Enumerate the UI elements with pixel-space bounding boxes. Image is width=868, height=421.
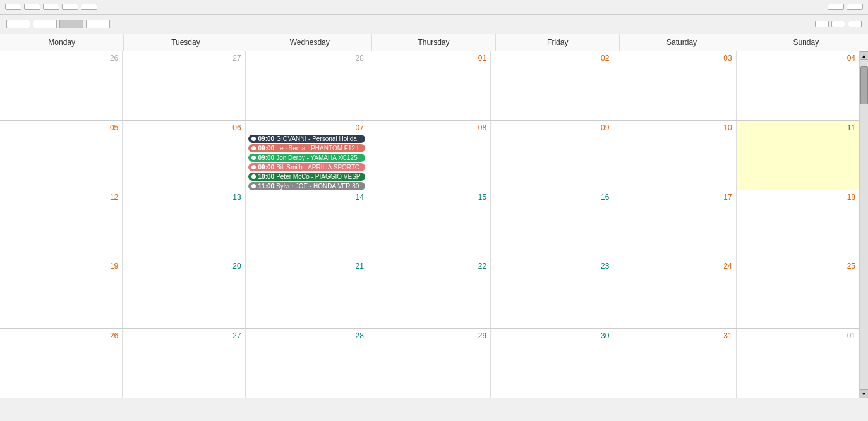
- day-cell[interactable]: 25: [737, 259, 859, 328]
- day-number: 28: [248, 52, 365, 65]
- day-cell[interactable]: 26: [0, 51, 123, 120]
- calendar-event[interactable]: 11:00 Sylver JOE - HONDA VFR 80: [248, 182, 365, 190]
- day-cell[interactable]: 12: [0, 190, 123, 259]
- next-next-button[interactable]: [43, 4, 59, 10]
- prev-month-button[interactable]: [831, 21, 845, 27]
- day-cell[interactable]: 30: [491, 329, 613, 398]
- day-cell[interactable]: 13: [123, 190, 245, 259]
- day-cell[interactable]: 24: [613, 259, 736, 328]
- day-cell[interactable]: 05: [0, 121, 123, 190]
- scrollbar[interactable]: ▲ ▼: [859, 51, 868, 398]
- day-number: 12: [3, 192, 119, 204]
- day-header-tuesday: Tuesday: [124, 34, 248, 51]
- day-number: 27: [125, 330, 242, 343]
- event-dot: [251, 146, 256, 150]
- event-time: 11:00: [258, 183, 275, 190]
- day-number: 29: [371, 330, 488, 343]
- event-dot: [251, 184, 256, 188]
- day-cell[interactable]: 11: [737, 121, 859, 190]
- event-time: 09:00: [258, 164, 275, 171]
- refresh-button[interactable]: [847, 4, 863, 10]
- day-cell[interactable]: 01: [368, 51, 491, 120]
- day-number: 08: [371, 122, 488, 135]
- tab-week[interactable]: [33, 20, 57, 28]
- day-cell[interactable]: 27: [123, 51, 245, 120]
- day-number: 16: [493, 192, 610, 204]
- event-time: 09:00: [258, 145, 275, 152]
- tab-year[interactable]: [86, 20, 110, 28]
- day-number: 07: [248, 122, 365, 135]
- day-cell[interactable]: 29: [368, 329, 491, 398]
- add-button[interactable]: [62, 4, 78, 10]
- next-month-button[interactable]: [848, 21, 862, 27]
- today-button-main[interactable]: [815, 21, 829, 27]
- day-cell[interactable]: 10: [613, 121, 736, 190]
- calendar-event[interactable]: 10:00 Peter McCo - PIAGGIO VESP: [248, 173, 365, 181]
- calendar-event[interactable]: 09:00 Bill Smith - APRILIA SPORTO: [248, 163, 365, 171]
- event-dot: [251, 174, 256, 179]
- day-cell[interactable]: 08: [368, 121, 491, 190]
- day-number: 26: [3, 52, 119, 65]
- day-cell[interactable]: 18: [737, 190, 859, 259]
- day-cell[interactable]: 02: [491, 51, 613, 120]
- day-number: 23: [493, 260, 610, 273]
- scroll-down-button[interactable]: ▼: [860, 389, 869, 398]
- calendar-event[interactable]: 09:00 Jon Derby - YAMAHA XC125: [248, 154, 365, 162]
- day-number: 17: [616, 192, 733, 204]
- day-cell[interactable]: 15: [368, 190, 491, 259]
- day-cell[interactable]: 03: [613, 51, 736, 120]
- day-number: 15: [371, 192, 488, 204]
- day-cell[interactable]: 28: [246, 329, 368, 398]
- clear-button[interactable]: [828, 4, 844, 10]
- day-number: 09: [493, 122, 610, 135]
- day-number: 05: [3, 122, 119, 135]
- day-cell[interactable]: 27: [123, 329, 245, 398]
- day-cell[interactable]: 17: [613, 190, 736, 259]
- day-number: 04: [739, 52, 857, 65]
- day-cell[interactable]: 01: [737, 329, 859, 398]
- day-cell[interactable]: 09: [491, 121, 613, 190]
- day-number: 26: [3, 330, 119, 343]
- nav-right: [815, 21, 862, 27]
- day-number: 28: [248, 330, 365, 343]
- calendar-event[interactable]: 09:00 Leo Berna - PHANTOM F12 I: [248, 144, 365, 152]
- event-dot: [251, 156, 256, 160]
- day-cell[interactable]: 04: [737, 51, 859, 120]
- day-cell[interactable]: 0709:00 GIOVANNI - Personal Holida09:00 …: [246, 121, 368, 190]
- event-title: Bill Smith - APRILIA SPORTO: [276, 164, 359, 171]
- prev-prev-button[interactable]: [5, 4, 21, 10]
- day-cell[interactable]: 06: [123, 121, 245, 190]
- day-number: 27: [125, 52, 242, 65]
- day-number: 18: [739, 192, 857, 204]
- scroll-up-button[interactable]: ▲: [860, 51, 869, 60]
- day-cell[interactable]: 21: [246, 259, 368, 328]
- day-cell[interactable]: 16: [491, 190, 613, 259]
- today-button-top[interactable]: [24, 4, 40, 10]
- day-number: 22: [371, 260, 488, 273]
- day-cell[interactable]: 14: [246, 190, 368, 259]
- calendar-container: MondayTuesdayWednesdayThursdayFridaySatu…: [0, 34, 868, 398]
- event-title: Peter McCo - PIAGGIO VESP: [276, 173, 360, 180]
- day-cell[interactable]: 23: [491, 259, 613, 328]
- week-row: 26272801020304: [0, 51, 859, 121]
- tab-day[interactable]: [6, 20, 30, 28]
- home-button[interactable]: [81, 4, 97, 10]
- day-number: 03: [616, 52, 733, 65]
- day-header-sunday: Sunday: [744, 34, 868, 51]
- day-number: 13: [125, 192, 242, 204]
- day-number: 02: [493, 52, 610, 65]
- calendar-grid-wrapper: 2627280102030405060709:00 GIOVANNI - Per…: [0, 51, 868, 398]
- scroll-thumb[interactable]: [860, 66, 868, 104]
- day-number: 01: [739, 330, 857, 343]
- day-cell[interactable]: 31: [613, 329, 736, 398]
- day-cell[interactable]: 22: [368, 259, 491, 328]
- day-cell[interactable]: 28: [246, 51, 368, 120]
- day-header-monday: Monday: [0, 34, 124, 51]
- day-cell[interactable]: 20: [123, 259, 245, 328]
- calendar-event[interactable]: 09:00 GIOVANNI - Personal Holida: [248, 135, 365, 143]
- event-dot: [251, 165, 256, 169]
- tab-month[interactable]: [59, 20, 83, 28]
- day-cell[interactable]: 26: [0, 329, 123, 398]
- day-cell[interactable]: 19: [0, 259, 123, 328]
- day-number: 01: [371, 52, 488, 65]
